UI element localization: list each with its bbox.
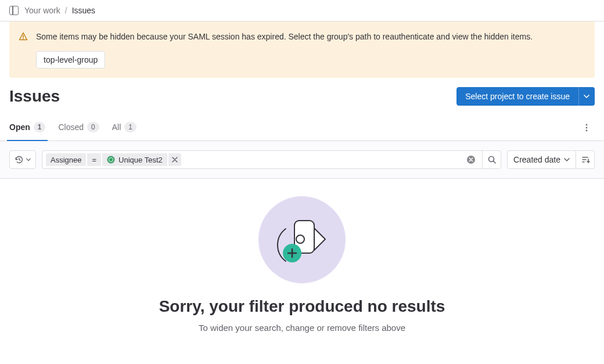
select-project-button[interactable]: Select project to create issue — [456, 87, 578, 106]
svg-point-1 — [23, 38, 24, 39]
tab-closed[interactable]: Closed 0 — [58, 115, 99, 140]
create-issue-dropdown[interactable] — [578, 87, 595, 106]
breadcrumb: Your work / Issues — [24, 6, 95, 15]
sort-direction-button[interactable] — [576, 150, 595, 169]
history-icon — [15, 155, 24, 164]
filter-search-box[interactable]: Assignee = Unique Test2 — [42, 150, 501, 169]
tabs-actions-menu[interactable] — [578, 120, 595, 136]
tab-label: All — [112, 122, 121, 132]
chevron-down-icon — [564, 157, 570, 163]
chevron-down-icon — [584, 93, 589, 99]
chevron-down-icon — [26, 157, 31, 162]
filter-bar: Assignee = Unique Test2 — [0, 141, 604, 179]
sort-group: Created date — [507, 150, 595, 169]
token-remove[interactable] — [168, 153, 181, 166]
search-history-button[interactable] — [9, 150, 36, 169]
sidebar-toggle-icon[interactable] — [9, 6, 19, 15]
empty-illustration — [258, 196, 346, 283]
token-operator: = — [87, 153, 101, 166]
clear-search-button[interactable] — [462, 151, 480, 168]
breadcrumb-separator: / — [65, 6, 67, 15]
tab-open[interactable]: Open 1 — [9, 115, 45, 140]
empty-subtitle: To widen your search, change or remove f… — [12, 323, 592, 333]
topbar: Your work / Issues — [0, 0, 604, 21]
tabs: Open 1 Closed 0 All 1 — [9, 115, 136, 140]
svg-point-4 — [586, 130, 588, 132]
breadcrumb-parent[interactable]: Your work — [24, 6, 60, 15]
tab-badge: 1 — [124, 122, 136, 132]
empty-title: Sorry, your filter produced no results — [12, 297, 592, 316]
svg-point-16 — [296, 235, 304, 243]
empty-state: Sorry, your filter produced no results T… — [0, 179, 604, 356]
breadcrumb-current: Issues — [72, 6, 95, 15]
token-value-text: Unique Test2 — [118, 156, 163, 164]
page-header: Issues Select project to create issue — [0, 78, 604, 115]
search-button[interactable] — [482, 150, 501, 169]
tabs-row: Open 1 Closed 0 All 1 — [0, 115, 604, 141]
saml-alert: Some items may be hidden because your SA… — [9, 21, 595, 78]
create-issue-group: Select project to create issue — [456, 87, 595, 106]
tab-badge: 0 — [87, 122, 99, 132]
user-avatar-icon — [107, 156, 115, 164]
search-icon — [487, 155, 497, 164]
svg-line-7 — [493, 161, 495, 164]
close-icon — [172, 157, 178, 163]
filter-token-assignee: Assignee = Unique Test2 — [46, 153, 181, 166]
clear-icon — [466, 155, 476, 164]
sort-select[interactable]: Created date — [507, 150, 576, 169]
svg-point-3 — [586, 127, 588, 129]
tab-label: Closed — [58, 122, 84, 132]
alert-group-button[interactable]: top-level-group — [36, 51, 105, 69]
sort-label: Created date — [513, 155, 560, 164]
token-value: Unique Test2 — [102, 153, 167, 166]
tab-label: Open — [9, 122, 30, 132]
sort-desc-icon — [581, 155, 590, 164]
tab-all[interactable]: All 1 — [112, 115, 136, 140]
tab-badge: 1 — [34, 122, 46, 132]
svg-point-2 — [586, 124, 588, 126]
kebab-icon — [582, 123, 591, 132]
page-title: Issues — [9, 87, 60, 106]
warning-icon — [19, 32, 28, 69]
alert-text: Some items may be hidden because your SA… — [36, 31, 585, 43]
token-label: Assignee — [46, 153, 86, 166]
